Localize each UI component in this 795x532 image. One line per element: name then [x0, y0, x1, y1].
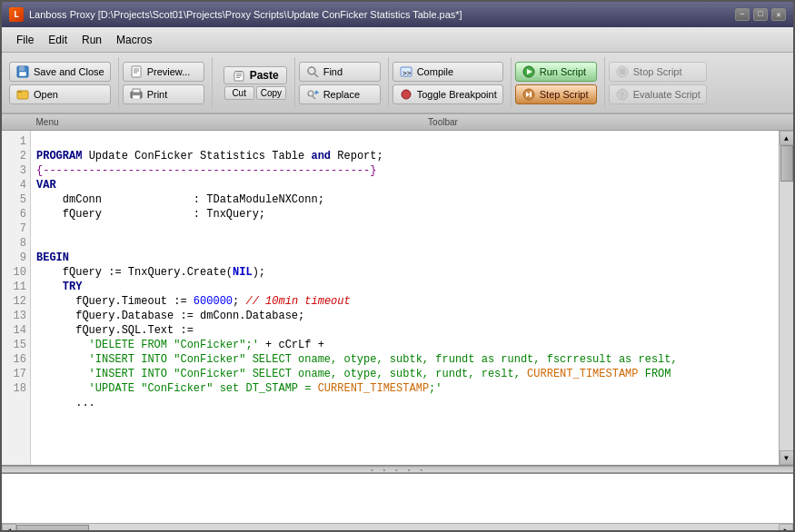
script-group: Run Script Step Script — [515, 57, 605, 108]
minimize-button[interactable]: − — [735, 8, 750, 21]
svg-rect-11 — [133, 95, 140, 99]
splitter[interactable]: • • • • • — [2, 466, 793, 473]
breakpoint-icon — [399, 87, 413, 102]
line-num-17: 17 — [2, 367, 30, 381]
save-and-close-label: Save and Close — [34, 66, 104, 77]
svg-rect-15 — [236, 75, 242, 76]
preview-label: Preview... — [147, 66, 191, 77]
save-icon — [15, 64, 30, 79]
print-button[interactable]: Print — [123, 84, 204, 104]
replace-button[interactable]: Replace — [299, 84, 381, 104]
menu-macros[interactable]: Macros — [109, 31, 159, 49]
run-icon — [522, 64, 536, 79]
vertical-scrollbar[interactable]: ▲ ▼ — [779, 131, 793, 465]
line-num-2: 2 — [2, 149, 30, 163]
stop-group: Stop Script ? Evaluate Script — [609, 57, 714, 108]
scroll-down-button[interactable]: ▼ — [780, 450, 794, 465]
line-num-4: 4 — [2, 178, 30, 192]
horizontal-scrollbar[interactable]: ◄ ► — [2, 523, 793, 532]
compile-group: >> Compile Toggle Breakpoint — [393, 57, 512, 108]
step-icon — [522, 87, 536, 102]
svg-line-20 — [313, 96, 315, 99]
window-title: Lanboss Proxy [D:\Projects\Scot01\Projec… — [29, 9, 462, 20]
app-icon: L — [9, 7, 24, 22]
line-num-11: 11 — [2, 280, 30, 294]
line-num-12: 12 — [2, 294, 30, 309]
open-icon — [15, 87, 30, 102]
evaluate-icon: ? — [615, 87, 630, 102]
scroll-h-thumb[interactable] — [16, 525, 89, 532]
line-num-3: 3 — [2, 163, 30, 178]
svg-rect-2 — [19, 72, 26, 76]
svg-point-19 — [308, 91, 313, 96]
cut-label: Cut — [232, 88, 246, 98]
run-script-button[interactable]: Run Script — [515, 62, 597, 82]
preview-group: Preview... Print — [123, 57, 213, 108]
print-icon — [129, 87, 144, 102]
svg-rect-10 — [133, 89, 140, 93]
line-num-7: 7 — [2, 222, 30, 236]
line-num-9: 9 — [2, 251, 30, 265]
replace-icon — [305, 87, 320, 102]
line-num-1: 1 — [2, 134, 30, 149]
search-group: Find Replace — [299, 57, 389, 108]
evaluate-script-button[interactable]: ? Evaluate Script — [609, 84, 707, 104]
scroll-track[interactable] — [780, 145, 793, 450]
line-num-10: 10 — [2, 265, 30, 280]
menu-section-label: Menu — [2, 117, 93, 127]
paste-label: Paste — [250, 69, 279, 82]
open-button[interactable]: Open — [9, 84, 111, 104]
toggle-breakpoint-button[interactable]: Toggle Breakpoint — [393, 84, 503, 104]
output-area — [2, 473, 793, 523]
find-button[interactable]: Find — [299, 62, 381, 82]
find-icon — [305, 64, 320, 79]
compile-button[interactable]: >> Compile — [393, 62, 503, 82]
compile-label: Compile — [417, 66, 453, 77]
svg-point-17 — [308, 67, 315, 74]
file-group: Save and Close Open — [9, 57, 119, 108]
toolbar: Save and Close Open Preview. — [2, 53, 793, 114]
cut-button[interactable]: Cut — [224, 86, 254, 100]
preview-icon — [129, 64, 144, 79]
run-script-label: Run Script — [540, 66, 586, 77]
line-numbers: 1 2 3 4 5 6 7 8 9 10 11 12 13 14 15 16 1… — [2, 131, 31, 465]
compile-icon: >> — [399, 64, 413, 79]
line-num-5: 5 — [2, 192, 30, 207]
cut-copy-buttons: Cut Copy — [224, 86, 286, 100]
stop-script-button[interactable]: Stop Script — [609, 62, 707, 82]
menu-file[interactable]: File — [9, 31, 41, 49]
stop-script-label: Stop Script — [633, 66, 682, 77]
line-num-14: 14 — [2, 323, 30, 338]
menu-run[interactable]: Run — [75, 31, 109, 49]
scroll-right-button[interactable]: ► — [779, 524, 793, 533]
scroll-up-button[interactable]: ▲ — [780, 131, 794, 145]
copy-button[interactable]: Copy — [256, 86, 286, 100]
scroll-thumb[interactable] — [780, 145, 793, 182]
svg-rect-14 — [236, 74, 242, 74]
step-script-button[interactable]: Step Script — [515, 84, 597, 104]
copy-label: Copy — [261, 88, 282, 98]
scroll-left-button[interactable]: ◄ — [2, 524, 16, 533]
replace-label: Replace — [323, 89, 360, 100]
print-label: Print — [147, 89, 168, 100]
toolbar-section-label: Toolbar — [93, 117, 793, 127]
title-bar: L Lanboss Proxy [D:\Projects\Scot01\Proj… — [2, 2, 793, 27]
svg-point-23 — [402, 90, 411, 99]
svg-rect-5 — [132, 66, 141, 77]
svg-rect-4 — [17, 91, 22, 93]
evaluate-script-label: Evaluate Script — [633, 89, 701, 100]
scroll-h-track[interactable] — [16, 524, 779, 532]
line-num-15: 15 — [2, 338, 30, 352]
find-label: Find — [323, 66, 343, 77]
svg-text:?: ? — [620, 91, 625, 100]
code-editor[interactable]: PROGRAM Update ConFicker Statistics Tabl… — [31, 131, 779, 465]
svg-line-18 — [314, 74, 318, 77]
menu-edit[interactable]: Edit — [41, 31, 75, 49]
paste-button[interactable]: Paste — [224, 66, 287, 84]
close-button[interactable]: ✕ — [771, 8, 786, 21]
save-and-close-button[interactable]: Save and Close — [9, 62, 111, 82]
restore-button[interactable]: □ — [753, 8, 768, 21]
preview-button[interactable]: Preview... — [123, 62, 204, 82]
step-script-label: Step Script — [540, 89, 589, 100]
svg-rect-30 — [620, 69, 625, 74]
